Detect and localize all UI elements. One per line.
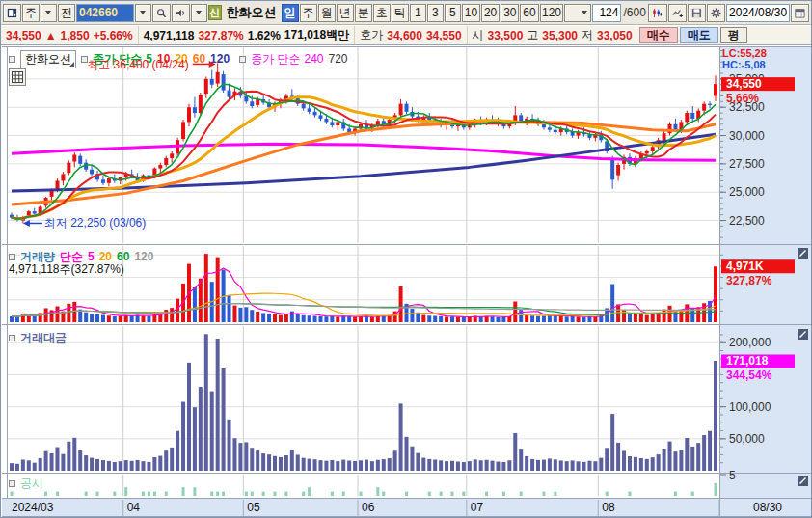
tab-second[interactable]: 초 — [373, 4, 391, 22]
interval-30[interactable]: 30 — [501, 4, 519, 22]
price-change-pct: +5.66% — [94, 29, 133, 42]
calendar-button[interactable] — [791, 4, 809, 22]
disclosure-legend: 공시 — [9, 476, 43, 492]
interval-120[interactable]: 120 — [540, 4, 564, 22]
legend-item: 240 — [304, 52, 323, 66]
price-segment: 34,550 ▲ 1,850 +5.66% — [1, 26, 139, 44]
week-mode-dropdown[interactable] — [41, 4, 57, 22]
tab-weekly[interactable]: 주 — [300, 4, 317, 22]
calendar-icon — [795, 7, 805, 19]
value-legend: 거래대금 — [9, 330, 67, 346]
open-price: 33,500 — [488, 29, 524, 42]
search-icon — [156, 7, 167, 19]
interval-10[interactable]: 10 — [462, 4, 480, 22]
chevron-down-icon — [45, 11, 51, 14]
info-bar: 34,550 ▲ 1,850 +5.66% 4,971,118 327.87% … — [1, 26, 811, 45]
svg-text:05: 05 — [247, 501, 260, 514]
svg-text:2024/03: 2024/03 — [12, 501, 54, 514]
price-change: 1,850 — [61, 29, 90, 42]
svg-text:27,500: 27,500 — [729, 157, 765, 171]
save-button[interactable] — [688, 4, 706, 22]
window-panel-icon — [7, 7, 17, 19]
tab-yearly[interactable]: 년 — [337, 4, 354, 22]
interval-20[interactable]: 20 — [481, 4, 500, 22]
legend-item: 120 — [134, 250, 153, 263]
prev-stock-button[interactable]: 전 — [58, 4, 75, 22]
value-legend-label: 거래대금 — [20, 330, 67, 346]
buy-button[interactable]: 매수 — [639, 27, 678, 43]
interval-60[interactable]: 60 — [520, 4, 538, 22]
svg-text:327,87%: 327,87% — [726, 274, 772, 287]
speaker-icon — [176, 7, 186, 19]
chart-layout-button[interactable] — [3, 4, 21, 22]
volume-ratio: 327.87% — [198, 29, 243, 42]
settings-button[interactable] — [707, 4, 725, 22]
volume-series-checkbox[interactable] — [9, 254, 15, 260]
interval-3[interactable]: 3 — [427, 4, 444, 22]
ma-legend-long: 종가 단순240720 — [251, 51, 352, 68]
legend-item: 120 — [210, 52, 230, 66]
legend-item: 60 — [193, 52, 205, 66]
value-series-checkbox[interactable] — [9, 335, 15, 341]
date-field[interactable] — [726, 4, 790, 22]
svg-text:100,000: 100,000 — [729, 400, 771, 414]
sound-dropdown[interactable] — [191, 4, 207, 22]
svg-text:200,000: 200,000 — [729, 336, 771, 349]
candle-add-icon — [652, 7, 663, 19]
add-line-tool-button[interactable] — [668, 4, 688, 22]
grid-icon — [12, 71, 23, 83]
legend-prefix: 종가 단순 — [251, 52, 300, 66]
trendline-add-icon — [672, 7, 684, 19]
chevron-down-icon — [140, 11, 146, 14]
candle-count-input[interactable] — [592, 4, 621, 22]
interval-1[interactable]: 1 — [410, 4, 426, 22]
stock-name: 한화오션 — [223, 4, 281, 21]
avg-button[interactable]: 평 — [720, 27, 747, 43]
add-candle-tool-button[interactable] — [648, 4, 667, 22]
svg-text:22,500: 22,500 — [729, 214, 765, 228]
sound-button[interactable] — [172, 4, 190, 22]
volume-readout: 4,971,118주(327.87%) — [9, 261, 124, 278]
search-button[interactable] — [152, 4, 171, 22]
svg-text:LC:55,28: LC:55,28 — [722, 47, 767, 59]
week-mode-button[interactable]: 주 — [22, 4, 40, 22]
svg-text:344,54%: 344,54% — [726, 368, 772, 382]
volume-readout-text: 4,971,118주(327.87%) — [9, 261, 124, 278]
candle-total-label: /600 — [622, 6, 646, 19]
sell-button[interactable]: 매도 — [680, 27, 718, 43]
low-price: 33,050 — [597, 29, 633, 42]
svg-text:25,000: 25,000 — [729, 185, 765, 199]
bid-price: 34,550 — [426, 29, 462, 42]
legend-item: 720 — [329, 52, 348, 66]
tab-daily[interactable]: 일 — [282, 4, 299, 22]
open-label: 시 — [473, 27, 484, 43]
turnover-pct: 1.62% — [248, 29, 281, 42]
price-series-checkbox[interactable] — [9, 56, 15, 63]
high-label: 고 — [527, 27, 538, 43]
annotation-high: 최고 36,400 (04/24) — [46, 57, 189, 73]
disclosure-checkbox[interactable] — [9, 480, 15, 487]
svg-text:08: 08 — [602, 501, 615, 514]
low-label: 저 — [582, 27, 593, 43]
toolbar: 주 전 신 한화오션 일 주 월 년 분 초 틱 1 3 5 10 20 30 … — [1, 1, 811, 25]
interval-5[interactable]: 5 — [445, 4, 461, 22]
tab-tick[interactable]: 틱 — [392, 4, 409, 22]
tab-minute[interactable]: 분 — [355, 4, 372, 22]
svg-text:06: 06 — [362, 501, 375, 514]
ohl-segment: 시 33,500 고 35,300 저 33,050 — [468, 26, 637, 44]
svg-text:50,000: 50,000 — [729, 432, 765, 446]
svg-text:5: 5 — [729, 469, 736, 482]
code-dropdown-button[interactable] — [135, 4, 151, 22]
tab-monthly[interactable]: 월 — [318, 4, 336, 22]
interval-combo[interactable] — [564, 4, 591, 22]
svg-text:171,018: 171,018 — [726, 354, 769, 368]
stock-code-input[interactable] — [76, 4, 134, 22]
volume-value: 4,971,118 — [144, 29, 195, 42]
svg-text:34,550: 34,550 — [726, 77, 762, 91]
disclosure-legend-label: 공시 — [20, 476, 43, 492]
ma-group2-checkbox[interactable] — [239, 56, 246, 63]
data-grid-button[interactable] — [9, 68, 26, 86]
new-stock-badge: 신 — [208, 5, 222, 20]
high-price: 35,300 — [542, 29, 578, 42]
ask-price: 34,600 — [387, 29, 422, 42]
